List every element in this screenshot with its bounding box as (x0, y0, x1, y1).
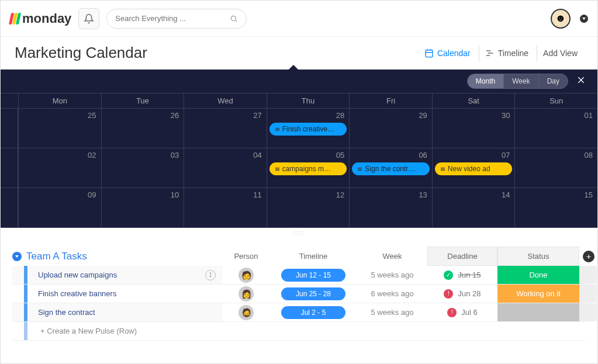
day-cell[interactable]: 04 (184, 148, 267, 188)
range-week[interactable]: Week (504, 74, 538, 88)
day-cell[interactable]: 11 (184, 188, 267, 227)
status-cell[interactable]: Working on it (497, 285, 579, 303)
notifications-button[interactable] (78, 8, 99, 29)
search-box[interactable] (106, 9, 247, 29)
group-color-bar (24, 285, 27, 303)
view-calendar[interactable]: Calendar (419, 45, 476, 61)
day-cell[interactable]: 09 (18, 188, 101, 227)
alert-icon: ! (447, 308, 457, 317)
task-row[interactable]: Finish creative banners 👩 Jun 25 - 28 6 … (12, 285, 586, 303)
day-cell[interactable]: 05 campaigns m… (267, 148, 350, 188)
day-cell[interactable]: 07 New video ad (432, 148, 515, 188)
svg-line-1 (236, 20, 237, 22)
search-input[interactable] (115, 14, 225, 23)
col-status: Status (497, 247, 579, 266)
person-avatar[interactable]: 🧑 (238, 268, 254, 283)
day-cell[interactable]: 28 Finish creative… (267, 109, 350, 148)
task-row[interactable]: Upload new campaigns 1 🧑 Jun 12 - 15 5 w… (12, 266, 586, 285)
timeline-pill[interactable]: Jun 25 - 28 (281, 287, 345, 300)
row-tail (579, 285, 597, 303)
user-avatar[interactable]: ☻ (551, 9, 571, 29)
day-cell[interactable]: 12 (267, 188, 350, 227)
day-cell[interactable]: 26 (101, 109, 184, 148)
task-name[interactable]: Sign the contract (12, 303, 223, 321)
task-row[interactable]: Sign the contract 🧔 Jul 2 - 5 5 weeks ag… (12, 303, 586, 322)
day-cell[interactable]: 10 (101, 188, 184, 227)
range-toggle: Month Week Day (467, 74, 568, 89)
add-column[interactable]: + (583, 251, 594, 262)
day-cell[interactable]: 25 (18, 109, 101, 148)
dow-mon: Mon (18, 93, 101, 108)
group-toggle[interactable]: Team A Tasks (12, 251, 223, 262)
deadline-cell[interactable]: ! Jun 28 (427, 285, 497, 303)
add-view[interactable]: Add View (537, 45, 583, 61)
day-cell[interactable]: 29 (349, 109, 432, 148)
svg-rect-2 (426, 50, 433, 57)
dow-fri: Fri (349, 93, 432, 108)
dow-sat: Sat (432, 93, 515, 108)
person-avatar[interactable]: 🧔 (238, 305, 254, 320)
group-color-bar (24, 322, 27, 340)
close-icon (576, 75, 586, 85)
day-cell[interactable]: 13 (349, 188, 432, 227)
timeline-pill[interactable]: Jul 2 - 5 (281, 306, 345, 319)
group-color-bar (24, 266, 27, 284)
day-cell[interactable]: 15 (514, 188, 597, 227)
timeline-icon (485, 48, 495, 58)
event-new-video[interactable]: New video ad (435, 162, 513, 175)
day-cell[interactable]: 14 (432, 188, 515, 227)
row-tail (579, 266, 597, 284)
day-cell[interactable]: 27 (184, 109, 267, 148)
day-cell[interactable]: 08 (514, 148, 597, 188)
updates-count[interactable]: 1 (205, 270, 216, 280)
col-person: Person (223, 252, 269, 261)
day-cell[interactable]: 02 (18, 148, 101, 188)
avatar-face-icon: ☻ (552, 10, 569, 27)
status-cell[interactable]: Done (497, 266, 579, 284)
grip-icon (275, 168, 279, 171)
logo-stripes-icon (10, 13, 20, 25)
timeline-pill[interactable]: Jun 12 - 15 (281, 269, 345, 282)
dow-sun: Sun (514, 93, 597, 108)
search-icon (230, 15, 238, 23)
brand-text: monday (22, 11, 71, 26)
status-cell[interactable] (497, 303, 579, 321)
dow-tue: Tue (101, 93, 184, 108)
deadline-cell[interactable]: ! Jul 6 (427, 303, 497, 321)
col-week: Week (357, 252, 427, 261)
chevron-down-icon (12, 252, 22, 261)
row-tail (579, 303, 597, 321)
col-deadline: Deadline (427, 247, 497, 266)
week-cell: 6 weeks ago (357, 289, 427, 298)
day-cell[interactable]: 03 (101, 148, 184, 188)
create-pulse[interactable]: + Create a New Pulse (Row) (12, 322, 586, 341)
col-timeline: Timeline (269, 252, 357, 261)
dow-wed: Wed (184, 93, 267, 108)
page-title: Marketing Calendar (15, 44, 147, 62)
logo[interactable]: monday (10, 11, 71, 26)
check-icon: ✓ (444, 271, 453, 280)
deadline-cell[interactable]: ✓ Jun 15 (427, 266, 497, 284)
grip-icon (441, 168, 445, 171)
svg-point-0 (231, 16, 236, 20)
person-avatar[interactable]: 👩 (238, 286, 254, 301)
alert-icon: ! (444, 289, 453, 299)
event-campaigns[interactable]: campaigns m… (269, 162, 347, 175)
event-sign-contract[interactable]: Sign the contr… (352, 162, 430, 175)
grip-icon (358, 168, 362, 171)
task-name[interactable]: Finish creative banners (12, 285, 223, 303)
day-cell[interactable]: 06 Sign the contr… (349, 148, 432, 188)
dow-thu: Thu (267, 93, 350, 108)
day-cell[interactable]: 30 (432, 109, 515, 148)
user-menu-toggle[interactable] (580, 15, 588, 23)
view-timeline[interactable]: Timeline (479, 45, 534, 61)
close-calendar[interactable] (574, 73, 588, 90)
event-finish-creative[interactable]: Finish creative… (269, 123, 347, 136)
range-day[interactable]: Day (539, 74, 568, 88)
bell-icon (84, 13, 94, 24)
calendar-panel: Month Week Day Mon Tue Wed Thu Fri Sat S… (1, 70, 597, 228)
day-cell[interactable]: 01 (514, 109, 597, 148)
task-name[interactable]: Upload new campaigns 1 (12, 266, 223, 284)
resize-handle[interactable]: :::: (1, 228, 597, 237)
range-month[interactable]: Month (468, 74, 504, 88)
